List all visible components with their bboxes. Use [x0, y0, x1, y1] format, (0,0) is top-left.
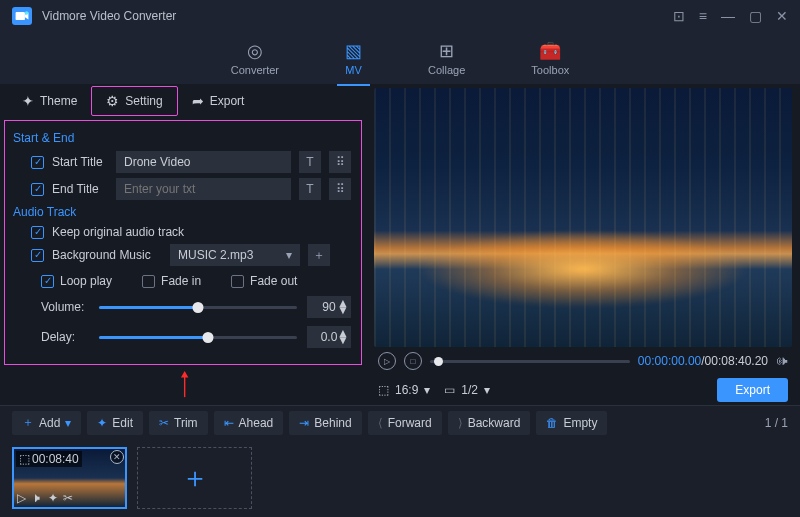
feedback-icon[interactable]: ⊡ — [673, 8, 685, 24]
thumbnail-strip: ⬚00:08:40 ✕ ▷ 🕨 ✦ ✂ ＋ — [0, 439, 800, 517]
delay-slider[interactable] — [99, 336, 297, 339]
volume-slider[interactable] — [99, 306, 297, 309]
audio-track-heading: Audio Track — [13, 205, 351, 219]
seek-bar[interactable] — [430, 360, 630, 363]
chevron-down-icon: ▾ — [484, 383, 490, 397]
clip-thumbnail[interactable]: ⬚00:08:40 ✕ ▷ 🕨 ✦ ✂ — [12, 447, 127, 509]
bgm-label: Background Music — [52, 248, 162, 262]
play-button[interactable]: ▷ — [378, 352, 396, 370]
main-nav: ◎ Converter ▧ MV ⊞ Collage 🧰 Toolbox — [0, 32, 800, 84]
aspect-icon: ⬚ — [378, 383, 389, 397]
toolbox-icon: 🧰 — [539, 40, 561, 62]
edit-button[interactable]: ✦Edit — [87, 411, 143, 435]
ahead-icon: ⇤ — [224, 416, 234, 430]
minimize-icon[interactable]: — — [721, 8, 735, 24]
page-indicator: 1 / 1 — [765, 416, 788, 430]
end-title-expand-button[interactable]: ⠿ — [329, 178, 351, 200]
app-logo-icon — [12, 7, 32, 25]
keep-audio-label: Keep original audio track — [52, 225, 184, 239]
titlebar: Vidmore Video Converter ⊡ ≡ — ▢ ✕ — [0, 0, 800, 32]
chevron-down-icon: ▾ — [424, 383, 430, 397]
maximize-icon[interactable]: ▢ — [749, 8, 762, 24]
play-icon[interactable]: ▷ — [17, 491, 26, 505]
settings-panel: Start & End Start Title T ⠿ End Title T … — [4, 120, 362, 365]
subtabs: ✦ Theme ⚙ Setting ➦ Export — [0, 84, 370, 118]
add-button[interactable]: ＋Add▾ — [12, 411, 81, 435]
clip-remove-button[interactable]: ✕ — [110, 450, 124, 464]
nav-toolbox[interactable]: 🧰 Toolbox — [523, 36, 577, 80]
add-clip-card[interactable]: ＋ — [137, 447, 252, 509]
keep-audio-checkbox[interactable] — [31, 226, 44, 239]
menu-icon[interactable]: ≡ — [699, 8, 707, 24]
clip-duration-badge: ⬚00:08:40 — [16, 451, 82, 467]
scissors-icon: ✂ — [159, 416, 169, 430]
left-panel: ✦ Theme ⚙ Setting ➦ Export Start & End S… — [0, 84, 370, 405]
volume-label: Volume: — [41, 300, 89, 314]
start-end-heading: Start & End — [13, 131, 351, 145]
preview-options: ⬚16:9▾ ▭1/2▾ Export — [374, 375, 792, 405]
zoom-icon: ▭ — [444, 383, 455, 397]
annotation-arrow — [0, 371, 370, 401]
gear-icon: ⚙ — [106, 93, 119, 109]
end-title-font-button[interactable]: T — [299, 178, 321, 200]
converter-icon: ◎ — [247, 40, 263, 62]
svg-point-1 — [25, 11, 29, 15]
window-controls: ⊡ ≡ — ▢ ✕ — [673, 8, 788, 24]
volume-icon[interactable]: 🕪 — [776, 354, 788, 368]
bgm-add-button[interactable]: ＋ — [308, 244, 330, 266]
fadeout-checkbox[interactable] — [231, 275, 244, 288]
export-button[interactable]: Export — [717, 378, 788, 402]
forward-icon: ⟨ — [378, 416, 383, 430]
start-title-expand-button[interactable]: ⠿ — [329, 151, 351, 173]
trim-button[interactable]: ✂Trim — [149, 411, 208, 435]
wand-icon: ✦ — [97, 416, 107, 430]
volume-spinner[interactable]: 90 ▲▼ — [307, 296, 351, 318]
loop-checkbox[interactable] — [41, 275, 54, 288]
start-title-input[interactable] — [116, 151, 291, 173]
end-title-checkbox[interactable] — [31, 183, 44, 196]
empty-button[interactable]: 🗑Empty — [536, 411, 607, 435]
zoom-select[interactable]: ▭1/2▾ — [444, 383, 490, 397]
behind-button[interactable]: ⇥Behind — [289, 411, 361, 435]
forward-button[interactable]: ⟨Forward — [368, 411, 442, 435]
video-preview[interactable] — [374, 88, 792, 347]
bgm-select[interactable]: MUSIC 2.mp3 ▾ — [170, 244, 300, 266]
theme-icon: ✦ — [22, 93, 34, 109]
mute-icon[interactable]: 🕨 — [31, 491, 43, 505]
timecode: 00:00:00.00/00:08:40.20 — [638, 354, 768, 368]
nav-converter[interactable]: ◎ Converter — [223, 36, 287, 80]
trim-icon[interactable]: ✂ — [63, 491, 73, 505]
app-title: Vidmore Video Converter — [42, 9, 663, 23]
svg-marker-3 — [181, 371, 188, 378]
stop-button[interactable]: □ — [404, 352, 422, 370]
end-title-input[interactable] — [116, 178, 291, 200]
nav-mv[interactable]: ▧ MV — [337, 36, 370, 80]
svg-rect-0 — [16, 12, 25, 20]
backward-icon: ⟩ — [458, 416, 463, 430]
aspect-select[interactable]: ⬚16:9▾ — [378, 383, 430, 397]
export-icon: ➦ — [192, 93, 204, 109]
start-title-checkbox[interactable] — [31, 156, 44, 169]
effect-icon[interactable]: ✦ — [48, 491, 58, 505]
right-panel: ▷ □ 00:00:00.00/00:08:40.20 🕪 ⬚16:9▾ ▭1/… — [370, 84, 800, 405]
start-title-font-button[interactable]: T — [299, 151, 321, 173]
tab-theme[interactable]: ✦ Theme — [8, 87, 91, 115]
delay-label: Delay: — [41, 330, 89, 344]
collage-icon: ⊞ — [439, 40, 454, 62]
behind-icon: ⇥ — [299, 416, 309, 430]
bgm-checkbox[interactable] — [31, 249, 44, 262]
backward-button[interactable]: ⟩Backward — [448, 411, 531, 435]
chevron-down-icon: ▾ — [65, 416, 71, 430]
close-icon[interactable]: ✕ — [776, 8, 788, 24]
start-title-label: Start Title — [52, 155, 108, 169]
nav-collage[interactable]: ⊞ Collage — [420, 36, 473, 80]
clip-toolbar: ＋Add▾ ✦Edit ✂Trim ⇤Ahead ⇥Behind ⟨Forwar… — [0, 405, 800, 439]
delay-spinner[interactable]: 0.0 ▲▼ — [307, 326, 351, 348]
ahead-button[interactable]: ⇤Ahead — [214, 411, 284, 435]
chevron-down-icon: ▾ — [286, 248, 292, 262]
fadein-checkbox[interactable] — [142, 275, 155, 288]
playback-controls: ▷ □ 00:00:00.00/00:08:40.20 🕪 — [374, 347, 792, 375]
tab-setting[interactable]: ⚙ Setting — [91, 86, 177, 116]
tab-export[interactable]: ➦ Export — [178, 87, 259, 115]
end-title-label: End Title — [52, 182, 108, 196]
